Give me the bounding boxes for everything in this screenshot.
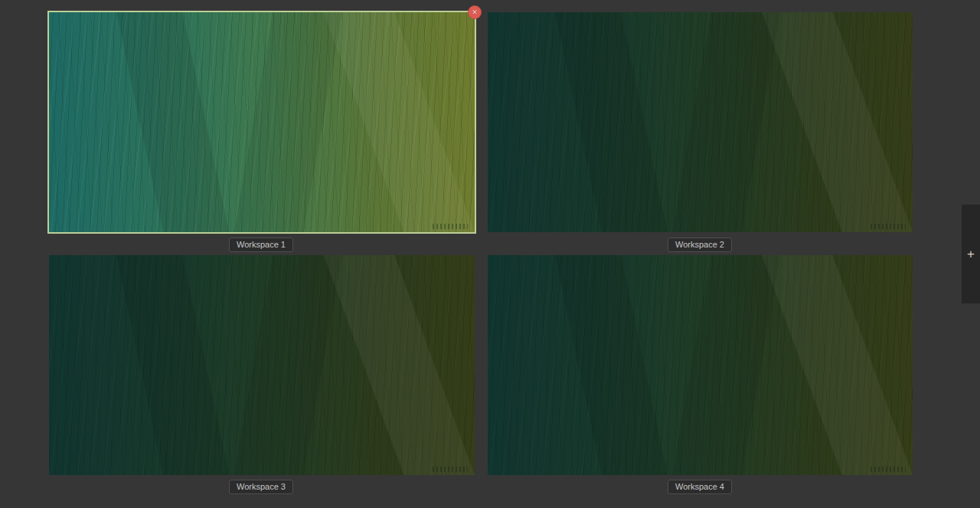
plus-icon: + [967,247,975,261]
workspace-1-wallpaper [49,12,475,232]
add-workspace-button[interactable]: + [962,205,980,303]
workspace-thumbnail-4[interactable] [488,255,913,475]
close-workspace-button[interactable]: ✕ [468,5,482,19]
workspace-4-label[interactable]: Workspace 4 [668,480,732,494]
close-icon: ✕ [472,9,478,16]
wallpaper-watermark [871,467,906,472]
inactive-dim-overlay [488,255,913,475]
workspace-thumbnail-1[interactable]: ✕ [49,12,475,232]
workspace-thumbnail-2[interactable] [488,12,913,232]
workspace-4-wallpaper [488,255,913,475]
workspace-3-label[interactable]: Workspace 3 [229,480,293,494]
workspace-3-wallpaper [49,255,475,475]
workspace-2-label[interactable]: Workspace 2 [668,238,732,252]
workspace-2-wallpaper [488,12,913,232]
wallpaper-watermark [433,224,468,229]
workspace-overview: ✕ Workspace 1 Workspace 2 Workspace 3 Wo… [0,0,980,508]
inactive-dim-overlay [488,12,913,232]
wallpaper-watermark [433,467,468,472]
workspace-thumbnail-3[interactable] [49,255,475,475]
wallpaper-watermark [871,224,906,229]
inactive-dim-overlay [49,255,475,475]
workspace-1-label[interactable]: Workspace 1 [229,238,293,252]
